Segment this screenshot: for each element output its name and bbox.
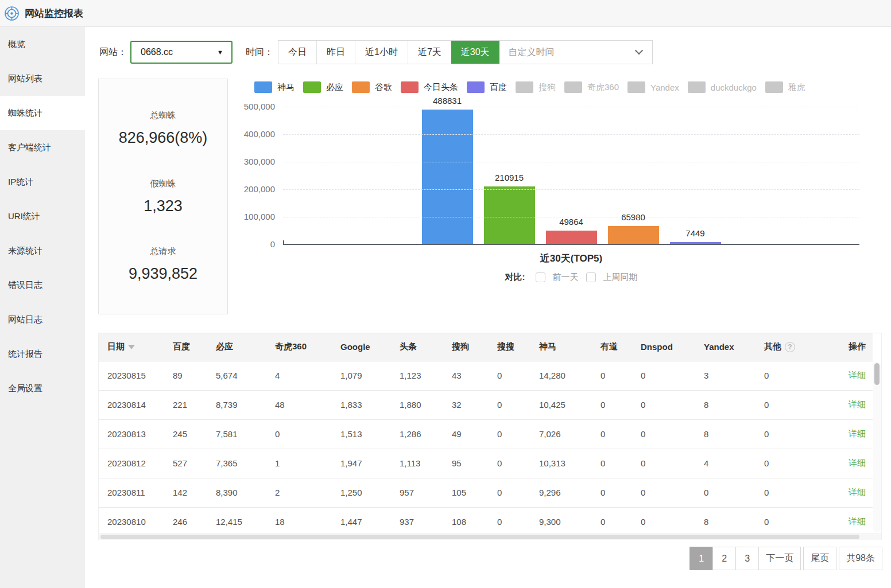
table-header-row: 日期百度必应奇虎360Google头条搜狗搜搜神马有道DnspodYandex其… <box>99 333 873 361</box>
last-page-button[interactable]: 尾页 <box>803 547 836 570</box>
time-button-昨日[interactable]: 昨日 <box>316 41 355 64</box>
stat-label: 总请求 <box>99 246 227 257</box>
checkbox-上周同期[interactable] <box>586 272 596 282</box>
column-header-搜搜: 搜搜 <box>489 333 530 361</box>
vertical-scrollbar-thumb[interactable] <box>874 363 880 385</box>
cell-Yandex: 0 <box>695 478 756 507</box>
detail-link[interactable]: 详细 <box>849 487 866 497</box>
cell-搜狗: 43 <box>443 361 489 390</box>
page-button-2[interactable]: 2 <box>712 547 736 570</box>
stat-value: 9,939,852 <box>99 265 227 283</box>
filters-bar: 网站： 0668.cc ▼ 时间： 今日昨日近1小时近7天近30天 自定义时间 <box>99 40 653 64</box>
cell-date: 20230815 <box>99 361 164 390</box>
sidebar-item-全局设置[interactable]: 全局设置 <box>0 371 85 406</box>
sidebar-item-网站列表[interactable]: 网站列表 <box>0 61 85 96</box>
time-button-近7天[interactable]: 近7天 <box>408 41 451 64</box>
legend-swatch-icon <box>254 81 272 93</box>
cell-奇虎360: 0 <box>266 419 332 449</box>
legend-swatch-icon <box>401 81 419 93</box>
custom-time-placeholder: 自定义时间 <box>509 46 555 59</box>
cell-Yandex: 8 <box>695 390 756 419</box>
sidebar-item-错误日志[interactable]: 错误日志 <box>0 268 85 302</box>
time-button-今日[interactable]: 今日 <box>278 41 316 64</box>
legend-label: 必应 <box>326 82 343 93</box>
compare-option-前一天: 前一天 <box>536 272 579 283</box>
cell-必应: 7,581 <box>207 419 266 449</box>
sidebar-item-URI统计[interactable]: URI统计 <box>0 199 85 233</box>
cell-action: 详细 <box>840 419 873 449</box>
legend-item-今日头条[interactable]: 今日头条 <box>401 81 458 93</box>
cell-搜搜: 0 <box>489 419 530 449</box>
spider-stats-card: 总蜘蛛 826,966(8%) 假蜘蛛 1,323 总请求 9,939,852 <box>98 79 228 314</box>
sidebar-item-网站日志[interactable]: 网站日志 <box>0 302 85 337</box>
legend-item-神马[interactable]: 神马 <box>254 81 295 93</box>
sidebar-item-蜘蛛统计[interactable]: 蜘蛛统计 <box>0 96 85 130</box>
cell-头条: 1,880 <box>391 390 443 419</box>
cell-Yandex: 8 <box>695 507 756 536</box>
detail-link[interactable]: 详细 <box>849 516 866 526</box>
column-header-日期[interactable]: 日期 <box>99 333 164 361</box>
page-button-1[interactable]: 1 <box>689 547 713 570</box>
compare-option-上周同期: 上周同期 <box>586 272 638 283</box>
legend-swatch-icon <box>627 81 645 93</box>
legend-item-duckduckgo[interactable]: duckduckgo <box>688 81 757 93</box>
cell-必应: 5,674 <box>207 361 266 390</box>
cell-有道: 0 <box>592 507 632 536</box>
legend-swatch-icon <box>765 81 783 93</box>
sidebar-item-概览[interactable]: 概览 <box>0 27 85 61</box>
legend-item-奇虎360[interactable]: 奇虎360 <box>564 81 619 93</box>
table-row-20230813: 202308132457,58101,5131,2864907,0260080详… <box>99 419 873 449</box>
site-label: 网站： <box>99 46 127 59</box>
cell-其他: 0 <box>756 478 840 507</box>
chart-legend: 神马必应谷歌今日头条百度搜狗奇虎360Yandexduckduckgo雅虎 <box>254 81 851 93</box>
time-button-近30天[interactable]: 近30天 <box>451 41 499 64</box>
legend-label: 谷歌 <box>375 82 392 93</box>
cell-百度: 246 <box>164 507 207 536</box>
legend-label: 搜狗 <box>539 82 556 93</box>
cell-搜搜: 0 <box>489 507 530 536</box>
legend-item-谷歌[interactable]: 谷歌 <box>352 81 392 93</box>
axis-tick <box>283 240 284 245</box>
detail-link[interactable]: 详细 <box>849 429 866 438</box>
cell-百度: 142 <box>164 478 207 507</box>
legend-item-搜狗[interactable]: 搜狗 <box>516 81 556 93</box>
legend-item-必应[interactable]: 必应 <box>303 81 343 93</box>
page-button-3[interactable]: 3 <box>735 547 759 570</box>
help-icon[interactable]: ? <box>785 342 795 352</box>
next-page-button[interactable]: 下一页 <box>758 547 801 570</box>
table-row-20230814: 202308142218,739481,8331,88032010,425008… <box>99 390 873 419</box>
time-button-近1小时[interactable]: 近1小时 <box>355 41 408 64</box>
stat-total-spider: 总蜘蛛 826,966(8%) <box>99 110 227 147</box>
column-header-神马: 神马 <box>530 333 592 361</box>
site-monitor-logo-icon <box>4 6 20 21</box>
cell-神马: 7,026 <box>530 419 592 449</box>
detail-link[interactable]: 详细 <box>849 399 866 409</box>
stat-total-requests: 总请求 9,939,852 <box>99 246 227 283</box>
legend-item-Yandex[interactable]: Yandex <box>627 81 679 93</box>
compare-option-label: 前一天 <box>553 272 579 283</box>
legend-item-百度[interactable]: 百度 <box>467 81 507 93</box>
cell-有道: 0 <box>592 361 632 390</box>
horizontal-scrollbar-thumb[interactable] <box>100 535 859 539</box>
pagination: 123下一页尾页共98条 <box>690 547 882 570</box>
cell-其他: 0 <box>756 449 840 478</box>
detail-link[interactable]: 详细 <box>849 370 866 380</box>
cell-action: 详细 <box>840 361 873 390</box>
custom-time-select[interactable]: 自定义时间 <box>499 41 652 64</box>
detail-link[interactable]: 详细 <box>849 458 866 468</box>
cell-Google: 1,447 <box>332 507 391 536</box>
legend-swatch-icon <box>467 81 485 93</box>
cell-搜狗: 32 <box>443 390 489 419</box>
site-dropdown[interactable]: 0668.cc ▼ <box>130 41 233 64</box>
legend-item-雅虎[interactable]: 雅虎 <box>765 81 805 93</box>
checkbox-前一天[interactable] <box>536 272 545 282</box>
sidebar-item-IP统计[interactable]: IP统计 <box>0 165 85 199</box>
sidebar-item-来源统计[interactable]: 来源统计 <box>0 233 85 268</box>
bar-必应: 210915 <box>484 186 535 244</box>
sidebar-item-客户端统计[interactable]: 客户端统计 <box>0 130 85 165</box>
vertical-scrollbar[interactable] <box>873 362 881 532</box>
sidebar-item-统计报告[interactable]: 统计报告 <box>0 337 85 371</box>
cell-Dnspod: 0 <box>632 507 695 536</box>
horizontal-scrollbar[interactable] <box>99 534 881 540</box>
table-body: 20230815895,67441,0791,12343014,2800030详… <box>99 361 873 536</box>
